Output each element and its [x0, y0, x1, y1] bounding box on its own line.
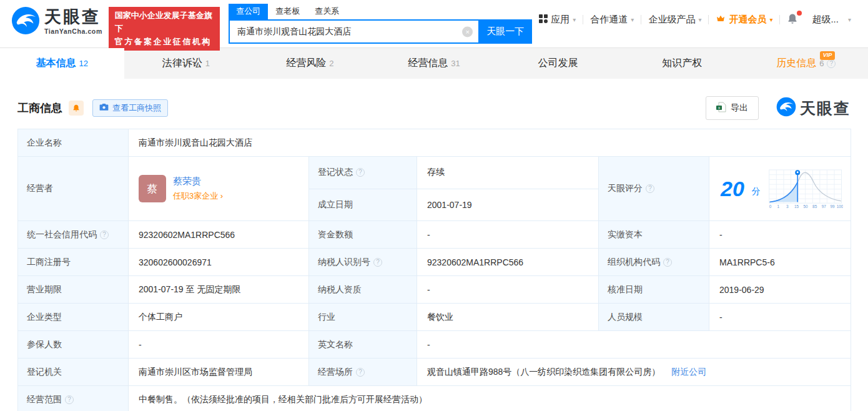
insured-count-label: 参保人数 [18, 331, 129, 359]
nav-open-membership[interactable]: 开通会员 ▾ [709, 14, 779, 26]
watermark-brand-text: 天眼查 [800, 98, 851, 119]
nav-partnership[interactable]: 合作通道 ▾ [583, 14, 641, 26]
business-info-table: 企业名称 南通市崇川观音山花园大酒店 经营者 蔡 蔡荣贵 任职3家企业 › 登记… [17, 129, 851, 411]
svg-text:50: 50 [803, 204, 808, 209]
nav-enterprise-products[interactable]: 企业级产品 ▾ [641, 14, 708, 26]
logo-swirl-icon [11, 6, 40, 37]
industry-label: 行业 [309, 304, 417, 331]
operator-positions-link[interactable]: 任职3家企业 › [173, 191, 223, 202]
nav-account[interactable]: 超级... ▾ [805, 14, 858, 26]
business-scope-label: 经营范围? [18, 386, 129, 411]
search-tab-company[interactable]: 查公司 [229, 4, 268, 19]
reg-status-value: 存续 [417, 157, 599, 189]
tianyancha-logo[interactable]: 天眼查 TianYanCha.com [11, 6, 102, 37]
svg-text:1: 1 [777, 204, 779, 209]
help-icon[interactable]: ? [663, 258, 672, 267]
view-snapshot-button[interactable]: 查看工商快照 [92, 99, 168, 117]
brand-domain: TianYanCha.com [44, 27, 102, 35]
company-type-label: 企业类型 [18, 304, 129, 331]
svg-text:100: 100 [837, 204, 844, 209]
bell-icon [72, 104, 81, 112]
help-icon[interactable]: ? [356, 368, 365, 377]
operator-avatar[interactable]: 蔡 [139, 175, 166, 202]
business-scope-value: 中餐制售。（依法须经批准的项目，经相关部门批准后方可开展经营活动） [129, 386, 851, 411]
chevron-down-icon: ▾ [769, 16, 772, 23]
search-button[interactable]: 天眼一下 [478, 19, 532, 44]
table-row: 参保人数 - 英文名称 - [18, 331, 851, 359]
taxpayer-quality-value: - [417, 276, 599, 304]
vip-badge: VIP [820, 51, 836, 60]
org-code-label: 组织机构代码? [599, 249, 709, 276]
export-button[interactable]: X 导出 [706, 96, 759, 120]
score-axis: 0 1 3 15 50 85 97 99 100 [769, 204, 843, 209]
tab-intellectual-property[interactable]: 知识产权 [620, 48, 744, 79]
top-nav: 应用 ▾ 合作通道 ▾ 企业级产品 ▾ 开通会员 ▾ 超级... ▾ [532, 12, 868, 27]
reg-number-label: 工商注册号 [18, 249, 129, 276]
industry-value: 餐饮业 [417, 304, 599, 331]
table-row: 企业类型 个体工商户 行业 餐饮业 人员规模 - [18, 304, 851, 331]
tab-business-info[interactable]: 经营信息31 [372, 48, 496, 79]
org-code-value: MA1RRPC5-6 [709, 249, 851, 276]
search-widget: 查公司 查老板 查关系 × 天眼一下 [229, 4, 532, 44]
svg-text:85: 85 [812, 204, 817, 209]
tab-history-info[interactable]: 历史信息6 ? VIP [744, 48, 868, 79]
top-header: 天眼查 TianYanCha.com 国家中小企业发展子基金旗下 官方备案企业征… [0, 0, 868, 39]
taxpayer-id-label: 纳税人识别号? [309, 249, 417, 276]
search-tabs: 查公司 查老板 查关系 [229, 4, 532, 19]
svg-text:97: 97 [822, 204, 827, 209]
english-name-label: 英文名称 [309, 331, 417, 359]
chevron-down-icon: ▾ [698, 16, 701, 23]
tab-legal-proceedings[interactable]: 法律诉讼1 [124, 48, 249, 79]
reg-authority-label: 登记机关 [18, 359, 129, 386]
chevron-down-icon: ▾ [631, 16, 634, 23]
score-cell: 20 分 0 1 3 15 [709, 157, 851, 221]
operator-name-link[interactable]: 蔡荣贵 [173, 176, 223, 187]
approval-date-value: 2019-06-29 [709, 276, 851, 304]
company-name-value: 南通市崇川观音山花园大酒店 [129, 129, 851, 157]
table-row: 企业名称 南通市崇川观音山花园大酒店 [18, 129, 851, 157]
help-icon[interactable]: ? [827, 59, 836, 68]
score-value: 20 [721, 178, 744, 199]
score-distribution-chart: 0 1 3 15 50 85 97 99 100 [768, 164, 843, 213]
table-row: 登记机关 南通市崇川区市场监督管理局 经营场所? 观音山镇通甲路988号（八一纺… [18, 359, 851, 386]
crown-icon [716, 14, 726, 25]
company-name-label: 企业名称 [18, 129, 129, 157]
help-icon[interactable]: ? [356, 168, 365, 177]
insured-count-value: - [129, 331, 309, 359]
search-input[interactable] [229, 19, 478, 44]
excel-icon: X [716, 102, 726, 114]
nav-apps[interactable]: 应用 ▾ [532, 14, 583, 26]
notification-dot [797, 11, 802, 16]
chevron-down-icon: ▾ [573, 16, 576, 23]
logo-swirl-icon [776, 97, 796, 119]
table-row: 营业期限 2001-07-19 至 无固定期限 纳税人资质 - 核准日期 201… [18, 276, 851, 304]
svg-text:0: 0 [769, 204, 771, 209]
table-row: 经营者 蔡 蔡荣贵 任职3家企业 › 登记状态? 存续 天眼评分? 20 分 [18, 157, 851, 189]
credit-code-label: 统一社会信用代码? [18, 221, 129, 249]
svg-text:99: 99 [830, 204, 835, 209]
subscribe-bell-button[interactable] [69, 101, 84, 116]
establish-date-label: 成立日期 [309, 189, 417, 221]
notifications-bell[interactable] [780, 12, 805, 27]
help-icon[interactable]: ? [646, 184, 654, 193]
official-badge: 国家中小企业发展子基金旗下 官方备案企业征信机构 [109, 7, 220, 51]
business-place-label: 经营场所? [309, 359, 417, 386]
table-row: 工商注册号 320602600026971 纳税人识别号? 92320602MA… [18, 249, 851, 276]
help-icon[interactable]: ? [373, 258, 382, 267]
help-icon[interactable]: ? [100, 230, 109, 239]
tab-company-development[interactable]: 公司发展 [496, 48, 620, 79]
section-title: 工商信息 [17, 101, 62, 116]
capital-amount-label: 资金数额 [309, 221, 417, 249]
approval-date-label: 核准日期 [599, 276, 709, 304]
clear-search-icon[interactable]: × [462, 26, 473, 37]
help-icon[interactable]: ? [65, 395, 74, 404]
tab-operational-risk[interactable]: 经营风险2 [248, 48, 372, 79]
search-tab-relation[interactable]: 查关系 [307, 4, 347, 19]
company-tabs: 基本信息12 法律诉讼1 经营风险2 经营信息31 公司发展 知识产权 历史信息… [0, 47, 868, 79]
section-header: 工商信息 查看工商快照 X 导出 天眼查 [17, 96, 851, 120]
score-unit: 分 [752, 186, 761, 197]
tab-basic-info[interactable]: 基本信息12 [0, 48, 124, 79]
search-tab-boss[interactable]: 查老板 [268, 4, 307, 19]
english-name-value: - [417, 331, 851, 359]
nearby-companies-link[interactable]: 附近公司 [671, 367, 706, 377]
